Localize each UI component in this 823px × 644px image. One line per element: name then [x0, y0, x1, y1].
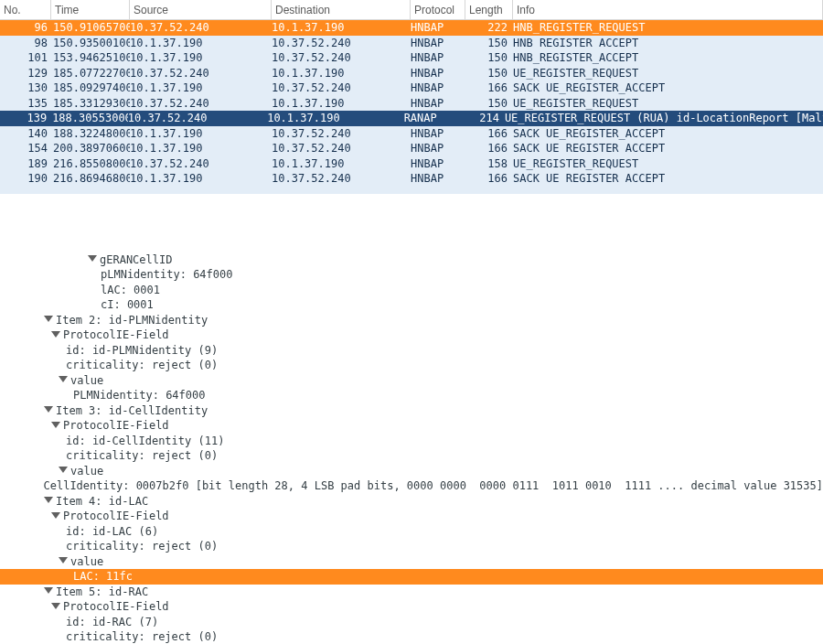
tree-expander-row[interactable]: ProtocolIE-Field	[0, 418, 823, 434]
cell-time: 150.93500100	[51, 36, 130, 50]
tree-value-row[interactable]: criticality: reject (0)	[0, 629, 823, 644]
cell-info: UE_REGISTER_REQUEST	[513, 156, 823, 171]
cell-no: 154	[0, 141, 51, 156]
cell-dst: 10.37.52.240	[272, 36, 411, 50]
cell-proto: HNBAP	[411, 156, 465, 171]
tree-value-row[interactable]: PLMNidentity: 64f000	[0, 388, 823, 403]
disclosure-triangle-icon[interactable]	[44, 587, 53, 594]
tree-expander-row[interactable]: value	[0, 554, 823, 570]
pane-divider[interactable]	[0, 194, 823, 249]
tree-value-row[interactable]: id: id-PLMNidentity (9)	[0, 343, 823, 359]
packet-row[interactable]: 140188.3224800010.1.37.19010.37.52.240HN…	[0, 126, 823, 142]
tree-value-row[interactable]: criticality: reject (0)	[0, 539, 823, 554]
tree-expander-row[interactable]: Item 3: id-CellIdentity	[0, 403, 823, 419]
tree-label: criticality: reject (0)	[66, 358, 218, 372]
cell-proto: HNBAP	[411, 141, 465, 156]
packet-row[interactable]: 189216.8550800010.37.52.24010.1.37.190HN…	[0, 156, 823, 172]
tree-label: lAC: 0001	[101, 283, 160, 297]
cell-src: 10.1.37.190	[130, 141, 272, 156]
tree-label: criticality: reject (0)	[66, 448, 218, 463]
tree-value-row[interactable]: criticality: reject (0)	[0, 448, 823, 464]
cell-len: 222	[465, 20, 513, 35]
tree-value-row[interactable]: id: id-RAC (7)	[0, 615, 823, 630]
cell-len: 150	[465, 66, 513, 80]
disclosure-triangle-icon[interactable]	[51, 331, 60, 338]
tree-label: pLMNidentity: 64f000	[101, 267, 233, 282]
disclosure-triangle-icon[interactable]	[59, 376, 68, 382]
cell-time: 216.85508000	[51, 156, 130, 171]
cell-no: 129	[0, 66, 51, 80]
tree-value-row[interactable]: CellIdentity: 0007b2f0 [bit length 28, 4…	[0, 478, 823, 494]
tree-expander-row[interactable]: Item 5: id-RAC	[0, 585, 823, 600]
header-no[interactable]: No.	[0, 0, 51, 19]
tree-label: ProtocolIE-Field	[63, 327, 169, 342]
cell-no: 140	[0, 126, 51, 141]
tree-label: criticality: reject (0)	[66, 539, 218, 553]
cell-src: 10.1.37.190	[130, 126, 272, 141]
header-destination[interactable]: Destination	[272, 0, 411, 19]
tree-expander-row[interactable]: ProtocolIE-Field	[0, 509, 823, 524]
disclosure-triangle-icon[interactable]	[51, 603, 60, 609]
header-protocol[interactable]: Protocol	[411, 0, 465, 19]
tree-expander-row[interactable]: value	[0, 373, 823, 389]
disclosure-triangle-icon[interactable]	[51, 512, 60, 519]
tree-expander-row[interactable]: Item 2: id-PLMNidentity	[0, 313, 823, 328]
tree-expander-row[interactable]: ProtocolIE-Field	[0, 327, 823, 343]
tree-label: cI: 0001	[101, 297, 154, 312]
header-time[interactable]: Time	[51, 0, 130, 19]
cell-len: 166	[465, 171, 513, 186]
cell-src: 10.37.52.240	[130, 156, 272, 171]
header-length[interactable]: Length	[465, 0, 513, 19]
packet-row[interactable]: 96150.9106570010.37.52.24010.1.37.190HNB…	[0, 20, 823, 36]
tree-expander-row[interactable]: Item 4: id-LAC	[0, 494, 823, 510]
packet-row[interactable]: 154200.3897060010.1.37.19010.37.52.240HN…	[0, 141, 823, 156]
packet-row[interactable]: 101153.9462510010.1.37.19010.37.52.240HN…	[0, 50, 823, 66]
tree-value-row[interactable]: id: id-CellIdentity (11)	[0, 434, 823, 449]
cell-time: 200.38970600	[51, 141, 130, 156]
cell-src: 10.37.52.240	[130, 20, 272, 35]
tree-label: criticality: reject (0)	[66, 629, 218, 644]
tree-value-row[interactable]: LAC: 11fc	[0, 569, 823, 585]
packet-row[interactable]: 190216.8694680010.1.37.19010.37.52.240HN…	[0, 171, 823, 187]
cell-dst: 10.37.52.240	[272, 171, 411, 186]
tree-value-row[interactable]: criticality: reject (0)	[0, 358, 823, 373]
packet-row[interactable]: 139188.3055300010.37.52.24010.1.37.190RA…	[0, 111, 823, 126]
tree-label: ProtocolIE-Field	[63, 418, 169, 433]
tree-expander-row[interactable]: ProtocolIE-Field	[0, 599, 823, 615]
cell-info: HNB REGISTER ACCEPT	[513, 36, 823, 50]
packet-row[interactable]: 130185.0929740010.1.37.19010.37.52.240HN…	[0, 80, 823, 96]
cell-src: 10.1.37.190	[130, 36, 272, 50]
disclosure-triangle-icon[interactable]	[44, 316, 53, 322]
tree-expander-row[interactable]: value	[0, 464, 823, 479]
cell-len: 150	[465, 36, 513, 50]
tree-label: id: id-PLMNidentity (9)	[66, 343, 218, 358]
disclosure-triangle-icon[interactable]	[44, 497, 53, 503]
tree-value-row[interactable]: id: id-LAC (6)	[0, 524, 823, 540]
cell-dst: 10.37.52.240	[272, 141, 411, 156]
tree-label: Item 4: id-LAC	[56, 494, 148, 509]
tree-expander-row[interactable]: gERANCellID	[0, 252, 823, 268]
cell-len: 166	[465, 126, 513, 141]
packet-row[interactable]: 135185.3312930010.37.52.24010.1.37.190HN…	[0, 96, 823, 112]
tree-label: ProtocolIE-Field	[63, 599, 169, 614]
disclosure-triangle-icon[interactable]	[59, 557, 68, 564]
cell-len: 158	[465, 156, 513, 171]
packet-row[interactable]: 98150.9350010010.1.37.19010.37.52.240HNB…	[0, 36, 823, 51]
tree-value-row[interactable]: lAC: 0001	[0, 283, 823, 298]
cell-dst: 10.37.52.240	[272, 50, 411, 65]
tree-value-row[interactable]: cI: 0001	[0, 297, 823, 313]
cell-len: 166	[465, 80, 513, 95]
header-info[interactable]: Info	[513, 0, 823, 19]
cell-no: 98	[0, 36, 51, 50]
cell-dst: 10.1.37.190	[272, 20, 411, 35]
packet-row[interactable]: 129185.0772270010.37.52.24010.1.37.190HN…	[0, 66, 823, 81]
cell-src: 10.37.52.240	[130, 96, 272, 111]
tree-label: Item 2: id-PLMNidentity	[56, 313, 208, 327]
header-source[interactable]: Source	[130, 0, 272, 19]
disclosure-triangle-icon[interactable]	[44, 406, 53, 413]
disclosure-triangle-icon[interactable]	[88, 255, 97, 262]
disclosure-triangle-icon[interactable]	[51, 422, 60, 428]
cell-dst: 10.37.52.240	[272, 126, 411, 141]
disclosure-triangle-icon[interactable]	[59, 467, 68, 473]
tree-value-row[interactable]: pLMNidentity: 64f000	[0, 267, 823, 283]
